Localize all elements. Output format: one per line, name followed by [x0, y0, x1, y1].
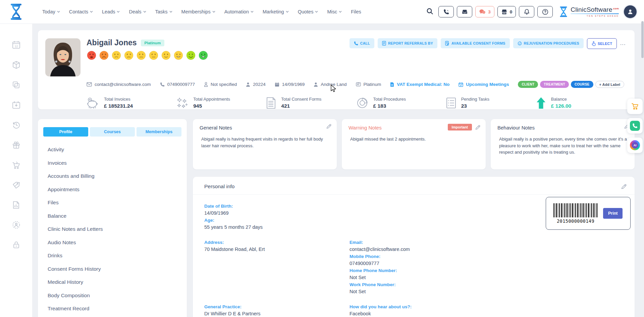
quick-call-button[interactable]	[627, 118, 643, 134]
tab-memberships[interactable]: Memberships	[137, 127, 181, 137]
nav-quotes[interactable]: Quotes	[298, 9, 318, 14]
chat-badge-count: 3	[488, 9, 491, 14]
print-button[interactable]: Print	[603, 208, 623, 219]
nav-automation[interactable]: Automation	[224, 9, 254, 14]
notifications-button[interactable]	[519, 6, 534, 17]
chevron-down-icon	[339, 11, 342, 13]
mood-face-3[interactable]	[111, 50, 121, 60]
gp-value: Dr Whillier D E & Partners	[204, 310, 350, 317]
inbox-button[interactable]	[457, 6, 472, 17]
menu-invoices[interactable]: Invoices	[48, 160, 181, 166]
user-avatar[interactable]	[624, 5, 637, 18]
edit-pencil-icon[interactable]	[621, 184, 627, 189]
menu-consent-forms-history[interactable]: Consent Forms History	[48, 266, 181, 272]
add-label-button[interactable]: + Add Label	[595, 81, 625, 88]
mood-face-7[interactable]	[161, 50, 171, 60]
patient-email[interactable]: contact@clinicsoftware.com	[87, 82, 151, 87]
menu-files[interactable]: Files	[48, 200, 181, 206]
nav-memberships[interactable]: Memberships	[181, 9, 215, 14]
lock-icon[interactable]	[12, 241, 20, 251]
consent-forms-button[interactable]: AVAILABLE CONSENT FORMS	[441, 38, 510, 48]
main-nav: Today Contacts Leads Deals Tasks Members…	[42, 9, 361, 14]
brand-name: ClinicSoftware	[571, 6, 612, 13]
menu-accounts-billing[interactable]: Accounts and Billing	[48, 173, 181, 179]
chat-button[interactable]: 3	[475, 6, 494, 17]
report-referrals-button[interactable]: REPORT REFERRALS BY	[378, 38, 437, 48]
warning-notes-body: Abigail missed the last 2 appointments.	[348, 136, 479, 143]
select-button[interactable]: SELECT	[587, 38, 617, 49]
menu-drinks[interactable]: Drinks	[48, 253, 181, 259]
nav-misc[interactable]: Misc	[327, 9, 342, 14]
store-badge-count: 0	[510, 9, 513, 14]
cart-icon	[631, 102, 639, 110]
menu-clinic-notes[interactable]: Clinic Notes and Letters	[48, 226, 181, 232]
help-button[interactable]	[537, 6, 553, 17]
mood-face-4[interactable]	[124, 50, 134, 60]
nav-contacts[interactable]: Contacts	[69, 9, 93, 14]
notes-row: General Notes Abigail really is having f…	[193, 119, 635, 169]
calendar-icon[interactable]: 12	[12, 40, 21, 51]
mood-face-5[interactable]	[136, 50, 146, 60]
clinicsoftware-logo[interactable]: ClinicSoftware.com TEN STEPS AHEAD	[559, 6, 619, 17]
edit-pencil-icon[interactable]	[326, 124, 331, 129]
nav-deals[interactable]: Deals	[129, 9, 146, 14]
more-options-button[interactable]: ...	[620, 41, 626, 46]
copy-pages-icon[interactable]	[12, 81, 20, 91]
address-value: 70 Maidstone Road, Abl, Ert	[204, 246, 350, 253]
ai-icon: AI	[630, 140, 640, 150]
call-button[interactable]: CALL	[350, 38, 374, 48]
calendar-import-icon[interactable]	[12, 100, 21, 111]
quick-cart-button[interactable]	[627, 99, 643, 114]
nav-marketing[interactable]: Marketing	[263, 9, 289, 14]
cart-icon[interactable]	[12, 161, 21, 171]
menu-activity[interactable]: Activity	[48, 147, 181, 153]
hourglass-logo-icon[interactable]	[0, 4, 32, 20]
nav-leads[interactable]: Leads	[102, 9, 120, 14]
mood-face-1[interactable]	[87, 50, 97, 60]
menu-audio-notes[interactable]: Audio Notes	[48, 240, 181, 246]
store-icon	[501, 9, 507, 15]
discount-tag-icon[interactable]	[12, 181, 20, 191]
tab-profile[interactable]: Profile	[43, 127, 88, 137]
dob-value: 14/09/1969	[204, 210, 350, 217]
warning-notes-card: Warning Notes Important Abigail missed t…	[342, 119, 486, 169]
tab-courses[interactable]: Courses	[90, 127, 135, 137]
dialer-button[interactable]	[438, 6, 454, 17]
work-phone-value: Not Set	[350, 288, 623, 295]
user-clock-icon[interactable]	[12, 220, 21, 231]
edit-pencil-icon[interactable]	[475, 125, 480, 130]
patient-id: 20224	[246, 82, 266, 87]
menu-appointments[interactable]: Appointments	[48, 187, 181, 193]
menu-body-composition[interactable]: Body Composition	[48, 293, 181, 299]
menu-treatment-record[interactable]: Treatment Record	[48, 306, 181, 312]
hand-pointer-icon	[592, 41, 596, 46]
sparkle-face-icon	[518, 41, 522, 46]
mobile-label: Mobile Phone:	[350, 253, 623, 260]
report-chart-icon[interactable]	[12, 201, 20, 211]
gift-icon[interactable]	[12, 141, 21, 151]
mood-face-10[interactable]	[198, 50, 208, 60]
history-icon[interactable]	[12, 120, 21, 131]
vat-exempt-link[interactable]: VAT Exempt Medical: No	[390, 82, 449, 87]
mood-face-2[interactable]	[99, 50, 109, 60]
menu-balance[interactable]: Balance	[48, 213, 181, 219]
general-notes-card: General Notes Abigail really is having f…	[193, 119, 337, 169]
search-icon[interactable]	[426, 8, 433, 16]
mood-face-6[interactable]	[149, 50, 159, 60]
work-phone-label: Work Phone Number:	[350, 281, 623, 288]
page-scrollbar-thumb[interactable]	[641, 21, 644, 58]
upcoming-meetings-link[interactable]: Upcoming Meetings	[459, 82, 509, 87]
ai-assistant-button[interactable]: AI	[627, 138, 643, 153]
question-icon	[542, 9, 548, 15]
nav-tasks[interactable]: Tasks	[155, 9, 172, 14]
nav-files[interactable]: Files	[351, 9, 361, 14]
patient-photo	[45, 38, 80, 76]
patient-phone[interactable]: 07490009777	[160, 82, 195, 87]
mood-face-9[interactable]	[186, 50, 196, 60]
package-icon[interactable]	[12, 60, 21, 71]
mood-face-8[interactable]	[173, 50, 183, 60]
rejuvenation-button[interactable]: REJUVENATION PROCEDURES	[513, 38, 584, 48]
store-button[interactable]: 0	[497, 6, 516, 17]
nav-today[interactable]: Today	[42, 9, 60, 14]
menu-medical-history[interactable]: Medical History	[48, 279, 181, 285]
